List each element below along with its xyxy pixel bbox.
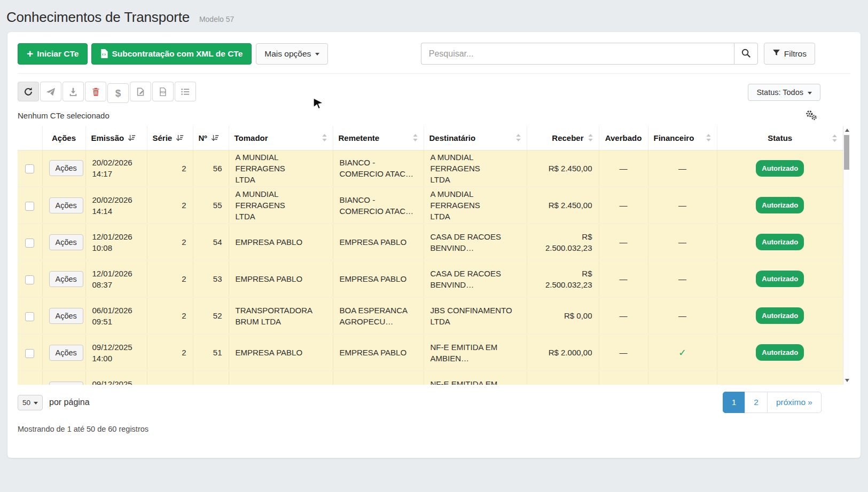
cell-select xyxy=(18,187,42,224)
iniciar-cte-button[interactable]: + Iniciar CTe xyxy=(18,43,88,65)
cell-serie: 2 xyxy=(147,297,193,334)
scroll-up-arrow-icon[interactable] xyxy=(845,129,849,132)
cell-emissao: 06/01/202609:51 xyxy=(85,297,147,334)
cell-financeiro: — xyxy=(648,187,717,224)
dollar-icon: $ xyxy=(115,88,121,99)
cell-financeiro: — xyxy=(648,260,717,297)
cell-select xyxy=(18,334,42,371)
sort-updown-icon[interactable] xyxy=(832,134,838,142)
row-checkbox[interactable] xyxy=(25,312,34,321)
cell-serie: 2 xyxy=(147,334,193,371)
table-row: Ações20/02/202614:14255A MUNDIAL FERRAGE… xyxy=(18,187,843,224)
cell-remetente xyxy=(333,371,424,385)
sort-amount-icon[interactable] xyxy=(211,134,219,142)
download-button[interactable] xyxy=(62,82,84,101)
row-acoes-button[interactable]: Ações xyxy=(49,197,83,213)
row-checkbox[interactable] xyxy=(25,164,34,173)
search-input[interactable] xyxy=(421,43,734,65)
table-header: AçõesEmissãoSérieNºTomadorRemetenteDesti… xyxy=(18,126,843,150)
chevron-down-icon xyxy=(34,402,38,407)
sort-amount-icon[interactable] xyxy=(176,134,184,142)
column-header-serie[interactable]: Série xyxy=(147,126,193,150)
filtros-button[interactable]: Filtros xyxy=(764,43,815,65)
cell-averbado: — xyxy=(599,224,648,260)
iniciar-cte-label: Iniciar CTe xyxy=(37,49,79,59)
download-icon xyxy=(68,87,78,97)
page-1-button[interactable]: 1 xyxy=(723,392,746,413)
status-badge: Autorizado xyxy=(756,197,804,213)
delete-button[interactable] xyxy=(85,82,106,101)
sort-updown-icon[interactable] xyxy=(322,134,327,141)
column-header-receber[interactable]: Receber xyxy=(527,126,599,150)
row-checkbox[interactable] xyxy=(25,239,34,248)
next-page-button[interactable]: próximo » xyxy=(767,392,822,413)
sign-document-button[interactable] xyxy=(130,82,151,101)
sort-updown-icon[interactable] xyxy=(588,134,593,141)
cell-destinatario: A MUNDIAL FERRAGENSLTDA xyxy=(424,187,527,224)
row-acoes-button[interactable]: Ações xyxy=(49,345,83,361)
column-header-tomador[interactable]: Tomador xyxy=(229,126,333,150)
table-row: Ações06/01/202609:51252TRANSPORTADORABRU… xyxy=(18,297,843,334)
table-body: Ações20/02/202614:17256A MUNDIAL FERRAGE… xyxy=(18,150,843,385)
svg-text:PDF: PDF xyxy=(161,91,166,94)
status-badge: Autorizado xyxy=(756,160,804,177)
scrollbar-thumb[interactable] xyxy=(844,135,849,170)
column-header-remetente[interactable]: Remetente xyxy=(333,126,424,150)
icon-toolbar: $PDF Status: Todos xyxy=(18,82,850,103)
sort-updown-icon[interactable] xyxy=(515,134,521,141)
per-page-label: por página xyxy=(49,398,90,407)
list-button[interactable] xyxy=(175,82,196,101)
column-header-emissao[interactable]: Emissão xyxy=(85,126,147,150)
pager: 12próximo » xyxy=(723,392,822,413)
chevron-down-icon xyxy=(808,92,812,97)
cell-remetente: EMPRESA PABLO xyxy=(333,224,424,260)
cell-acoes: Ações xyxy=(42,260,85,297)
row-acoes-button[interactable]: Ações xyxy=(49,308,83,324)
cell-emissao: 20/02/202614:14 xyxy=(85,187,147,224)
row-acoes-button[interactable]: Ações xyxy=(49,160,83,176)
cell-emissao: 12/01/202608:37 xyxy=(85,260,147,297)
row-checkbox[interactable] xyxy=(25,202,34,211)
subcontratacao-label: Subcontratação com XML de CTe xyxy=(112,49,243,59)
pdf-document-button[interactable]: PDF xyxy=(152,82,174,101)
pagination-row: 50 por página 12próximo » xyxy=(18,392,850,413)
table-settings-gears-icon[interactable] xyxy=(804,110,817,121)
row-checkbox[interactable] xyxy=(25,275,34,284)
page-header: Conhecimentos de Transporte Modelo 57 xyxy=(0,0,868,32)
cell-select xyxy=(18,297,42,334)
row-acoes-button[interactable]: Ações xyxy=(49,382,83,385)
search-group: Filtros xyxy=(421,43,815,65)
cell-select xyxy=(18,224,42,260)
cell-numero: 52 xyxy=(193,297,229,334)
subcontratacao-xml-button[interactable]: Subcontratação com XML de CTe xyxy=(91,43,252,65)
refresh-button[interactable] xyxy=(18,82,39,101)
mais-opcoes-button[interactable]: Mais opções xyxy=(256,43,328,65)
column-header-status[interactable]: Status xyxy=(717,126,843,150)
table-row: Ações09/12/202514:00251EMPRESA PABLOEMPR… xyxy=(18,334,843,371)
search-button[interactable] xyxy=(734,43,758,65)
cell-financeiro: — xyxy=(648,150,717,187)
page-2-button[interactable]: 2 xyxy=(745,392,768,413)
cell-acoes: Ações xyxy=(42,224,85,260)
status-filter-dropdown[interactable]: Status: Todos xyxy=(748,84,820,101)
column-header-financeiro[interactable]: Financeiro xyxy=(648,126,717,150)
sort-amount-icon[interactable] xyxy=(128,134,136,142)
row-acoes-button[interactable]: Ações xyxy=(49,234,83,250)
column-header-destinatario[interactable]: Destinatário xyxy=(424,126,527,150)
cell-receber: R$ 2.500.032,23 xyxy=(527,224,599,260)
selection-row: Nenhum CTe selecionado xyxy=(18,110,850,121)
sort-updown-icon[interactable] xyxy=(706,134,711,141)
row-checkbox[interactable] xyxy=(25,349,34,358)
scroll-down-arrow-icon[interactable] xyxy=(845,379,849,382)
cte-table: AçõesEmissãoSérieNºTomadorRemetenteDesti… xyxy=(18,126,843,385)
send-button[interactable] xyxy=(40,82,61,101)
table-scrollbar[interactable] xyxy=(843,126,850,385)
pdf-document-icon: PDF xyxy=(158,87,168,97)
column-label: Receber xyxy=(552,133,583,142)
per-page-dropdown[interactable]: 50 xyxy=(18,395,43,410)
dollar-button[interactable]: $ xyxy=(107,83,129,103)
row-acoes-button[interactable]: Ações xyxy=(49,271,83,287)
column-header-n[interactable]: Nº xyxy=(193,126,229,150)
column-label: Averbado xyxy=(605,133,642,142)
sort-updown-icon[interactable] xyxy=(412,134,418,141)
